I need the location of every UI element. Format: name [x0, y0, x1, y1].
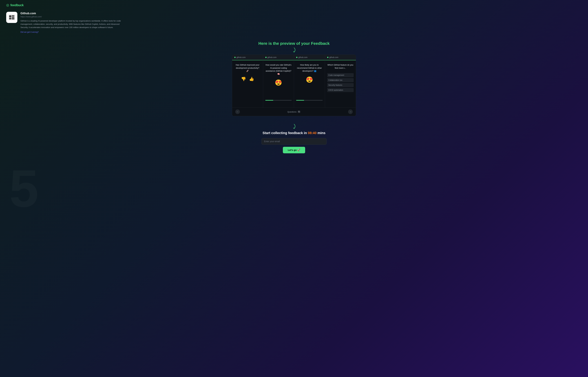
panel-thumbs-1: 👎 👍	[241, 77, 254, 81]
checklist-items: Code management Collaboration too Securi…	[327, 73, 354, 92]
panel-slider-fill-2	[265, 100, 273, 101]
site-card: Github.com https://www.github.com/ GitHu…	[6, 12, 124, 33]
panel-header-3: github.com	[294, 55, 325, 60]
checklist-item-2[interactable]: Collaboration too	[327, 78, 354, 82]
panel-domain-2: github.com	[267, 56, 277, 59]
checklist-item-4[interactable]: CI/CD automation	[327, 88, 354, 92]
cta-title-suffix: mins	[318, 131, 325, 135]
domain-dot-2	[265, 57, 266, 58]
survey-panel-3: github.com How likely are you to recomme…	[294, 55, 325, 107]
logo[interactable]: ◎ feedbuck	[6, 3, 23, 7]
panel-body-1: Has GitHub improved your development pro…	[232, 60, 263, 104]
cta-timer: 08:40	[308, 131, 316, 135]
thumb-up-1[interactable]: 👍	[249, 77, 254, 81]
site-name: Github.com	[21, 12, 124, 15]
checklist-item-3[interactable]: Security features	[327, 83, 354, 87]
email-input[interactable]	[261, 138, 327, 145]
cta-arrow-down	[6, 124, 582, 130]
panel-header-2: github.com	[263, 55, 294, 60]
survey-grid: github.com Has GitHub improved your deve…	[232, 55, 356, 107]
survey-panel-1: github.com Has GitHub improved your deve…	[232, 55, 263, 107]
survey-nav: ← Questions 5 →	[232, 107, 356, 116]
site-info: Github.com https://www.github.com/ GitHu…	[21, 12, 124, 33]
svg-rect-5	[12, 18, 14, 19]
panel-body-2: How would you rate GitHub's AI-powered c…	[263, 60, 294, 104]
panel-domain-1: github.com	[237, 56, 246, 59]
nav-questions-count: 5	[297, 110, 301, 113]
survey-preview: github.com Has GitHub improved your deve…	[232, 55, 356, 116]
panel-body-3: How likely are you to recommend GitHub t…	[294, 60, 325, 104]
panel-slider-3[interactable]	[296, 100, 323, 101]
svg-rect-3	[12, 15, 14, 16]
panel-question-4: Which GitHub feature do you find most v.…	[327, 63, 354, 70]
panel-domain-4: github.com	[329, 56, 338, 59]
panel-body-4: Which GitHub feature do you find most v.…	[325, 60, 356, 104]
panel-header-1: github.com	[232, 55, 263, 60]
domain-dot-4	[327, 57, 328, 58]
logo-icon: ◎	[6, 3, 9, 7]
survey-panel-2: github.com How would you rate GitHub's A…	[263, 55, 294, 107]
svg-rect-4	[12, 17, 14, 18]
nav-prev-button[interactable]: ←	[235, 109, 240, 114]
svg-rect-1	[9, 15, 11, 17]
correction-link[interactable]: Did we get it wrong?	[21, 31, 39, 33]
domain-dot-1	[234, 57, 236, 58]
preview-title-highlight: your Feedback	[301, 41, 330, 46]
nav-label: Questions 5	[287, 110, 300, 113]
survey-panel-4: github.com Which GitHub feature do you f…	[325, 55, 356, 107]
panel-domain-3: github.com	[298, 56, 308, 59]
site-icon	[6, 12, 17, 23]
background-number: 5	[9, 158, 39, 219]
cta-title-prefix: Start collecting feedback in	[263, 131, 307, 135]
header: ◎ feedbuck	[0, 0, 588, 10]
cta-section: Start collecting feedback in 08:40 mins …	[0, 118, 588, 160]
panel-question-3: How likely are you to recommend GitHub t…	[296, 63, 323, 72]
preview-section: Here is the preview of your Feedback git…	[0, 38, 588, 118]
site-description: GitHub is a leading AI-powered developer…	[21, 19, 124, 29]
preview-title-prefix: Here is the preview of	[258, 41, 300, 46]
svg-rect-2	[9, 18, 11, 19]
panel-question-1: Has GitHub improved your development pro…	[234, 63, 261, 72]
preview-title: Here is the preview of your Feedback	[6, 41, 582, 46]
panel-header-4: github.com	[325, 55, 356, 60]
checklist-item-1[interactable]: Code management	[327, 73, 354, 77]
thumb-down-1[interactable]: 👎	[241, 77, 246, 81]
email-input-wrapper	[261, 138, 327, 145]
panel-slider-fill-3	[296, 100, 304, 101]
logo-text: feedbuck	[10, 3, 23, 7]
arrow-down	[6, 47, 582, 53]
domain-dot-3	[296, 57, 297, 58]
site-url: https://www.github.com/	[21, 15, 124, 18]
panel-question-2: How would you rate GitHub's AI-powered c…	[265, 63, 292, 75]
panel-emoji-2: 😍	[275, 79, 282, 86]
panel-slider-2[interactable]	[265, 100, 292, 101]
panel-emoji-3: 😍	[306, 76, 313, 83]
cta-title: Start collecting feedback in 08:40 mins	[6, 131, 582, 135]
cta-button[interactable]: Let's go 🚀	[283, 147, 305, 153]
nav-questions-label: Questions	[287, 111, 297, 113]
nav-next-button[interactable]: →	[348, 109, 353, 114]
